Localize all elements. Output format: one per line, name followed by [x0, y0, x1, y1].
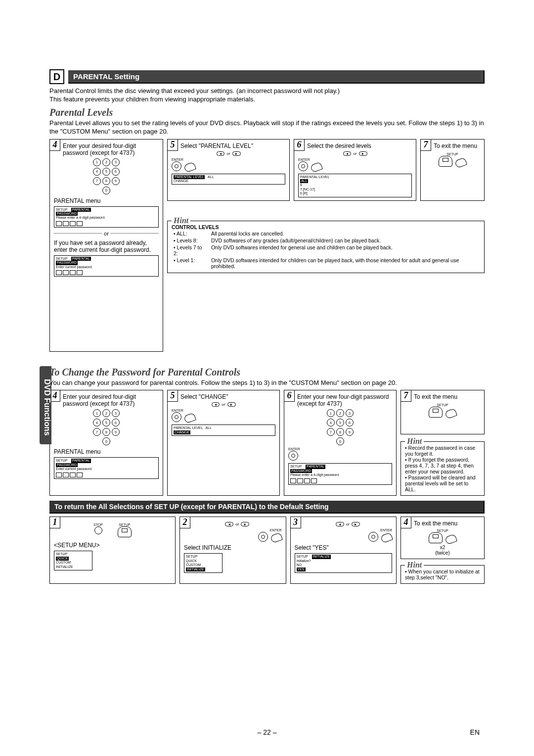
osd-parental: SETUP PARENTAL PASSWORD Enter current pa… [54, 457, 159, 478]
step-number: 5 [167, 390, 178, 402]
osd-level: PARENTAL LEVEL ALL 8 7 [NC-17] 6 [R] [298, 174, 412, 197]
setup-label: SETUP [425, 152, 480, 156]
finger-icon [445, 534, 457, 545]
finger-icon [269, 532, 282, 544]
c-step6-text: Enter your new four-digit password (exce… [297, 393, 392, 407]
setup-icon [429, 407, 443, 418]
hint-cancel: Hint • When you cancel to initialize at … [400, 565, 485, 584]
enter-label: ENTER [172, 158, 183, 161]
r-step4-text: To exit the menu [414, 520, 480, 527]
enter-label: ENTER [288, 447, 300, 451]
intro-1: Parental Control limits the disc viewing… [49, 87, 485, 95]
arrow-or: ◄or► [193, 522, 282, 526]
step5-text: Select "PARENTAL LEVEL" [180, 142, 285, 149]
enter-icon [172, 161, 181, 171]
parental-menu-label: PARENTAL menu [54, 197, 159, 204]
enter-icon [288, 451, 298, 461]
keypad-icon: 123 456 789 0 [93, 158, 120, 194]
enter-icon [172, 412, 181, 422]
select-initialize: Select INITIALIZE [184, 544, 282, 551]
arrow-or: ◄or► [298, 151, 412, 156]
if-password-set: If you have set a password already, ente… [54, 239, 159, 253]
arrow-or: ◄or► [304, 522, 393, 526]
enter-label: ENTER [380, 528, 392, 532]
sub2-desc: You can change your password for parenta… [49, 379, 485, 387]
setup-label: SETUP [405, 529, 480, 532]
osd-setup: SETUP QUICK CUSTOM INITIALIZE [184, 553, 222, 573]
setup-label: SETUP [405, 403, 480, 407]
hint-title: Hint [405, 561, 424, 569]
hint-heading: CONTROL LEVELS [172, 224, 480, 230]
keypad-icon: 123 456 789 0 [93, 409, 120, 445]
finger-icon [445, 408, 457, 420]
keypad-icon: 123 456 789 0 [327, 409, 354, 445]
osd-initialize: SETUP INITIALIZE Initialize? NO YES [295, 553, 393, 573]
step-number: 2 [179, 517, 190, 528]
enter-icon [258, 532, 268, 542]
hint-control-levels: Hint CONTROL LEVELS • ALL:All parental l… [167, 221, 485, 273]
c-step4-text: Enter your desired four-digit password (… [63, 393, 159, 407]
step4-text: Enter your desired four-digit password (… [63, 142, 159, 156]
osd-setup: SETUP QUICK CUSTOM INITIALIZE [54, 551, 92, 570]
enter-icon [368, 532, 378, 542]
hint-title: Hint [405, 437, 424, 446]
finger-icon [380, 532, 393, 544]
subheading-change-password: To Change the Password for Parental Cont… [49, 367, 485, 378]
setup-label: SETUP [118, 523, 132, 526]
or-divider: or [54, 231, 159, 236]
finger-icon [183, 413, 196, 424]
sidebar-tab: DVD Functions [40, 366, 51, 444]
osd-parental: SETUP PARENTAL PASSWORD Please enter a 4… [288, 463, 392, 484]
osd-level: PARENTAL LEVEL ALL CHANGE [172, 174, 285, 185]
osd-level: PARENTAL LEVEL ALL CHANGE [172, 425, 275, 436]
page-number: – 22 – [0, 728, 534, 736]
step-number: 6 [294, 139, 305, 151]
setup-icon [118, 526, 132, 537]
enter-label: ENTER [298, 158, 310, 161]
select-yes: Select "YES" [295, 544, 393, 551]
section-letter: D [49, 69, 64, 84]
osd-parental: SETUP PARENTAL PASSWORD Please enter a 4… [54, 206, 159, 228]
step-number: 7 [420, 139, 431, 151]
hint-title: Hint [172, 216, 190, 225]
enter-icon [298, 161, 308, 171]
c-step5-text: Select "CHANGE" [180, 393, 275, 400]
step7-text: To exit the menu [434, 142, 480, 149]
finger-icon [310, 161, 323, 173]
step-number: 3 [290, 517, 301, 528]
enter-label: ENTER [172, 409, 183, 412]
section-header: D PARENTAL Setting [49, 69, 485, 84]
finger-icon [454, 157, 467, 168]
setup-icon [439, 156, 452, 167]
arrow-or: ◄or► [172, 402, 275, 407]
sub1-desc: Parental Level allows you to set the rat… [49, 119, 485, 136]
stop-icon [94, 526, 102, 534]
return-default-bar: To return the All Selections of SET UP (… [49, 501, 485, 514]
finger-icon [183, 161, 196, 173]
setup-icon [429, 532, 443, 543]
hint-password: Hint • Record the password in case you f… [400, 441, 485, 496]
osd-parental-2: SETUP PARENTAL PASSWORD Enter current pa… [54, 255, 159, 277]
step-number: 4 [49, 139, 60, 151]
enter-label: ENTER [270, 528, 282, 532]
step-number: 7 [400, 390, 411, 402]
c-step7-text: To exit the menu [414, 393, 480, 400]
intro-2: This feature prevents your children from… [49, 95, 485, 104]
subheading-parental-levels: Parental Levels [49, 107, 485, 118]
step-number: 1 [49, 517, 60, 528]
step-number: 6 [284, 390, 295, 402]
step6-text: Select the desired levels [307, 142, 412, 149]
step-number: 4 [400, 517, 411, 528]
lang-code: EN [470, 728, 480, 736]
parental-menu-label: PARENTAL menu [54, 448, 159, 455]
stop-label: STOP [93, 523, 103, 526]
arrow-or: ◄or► [172, 151, 285, 156]
section-title: PARENTAL Setting [68, 70, 485, 84]
setup-menu-label: <SETUP MENU> [54, 542, 171, 549]
step-number: 5 [167, 139, 178, 151]
